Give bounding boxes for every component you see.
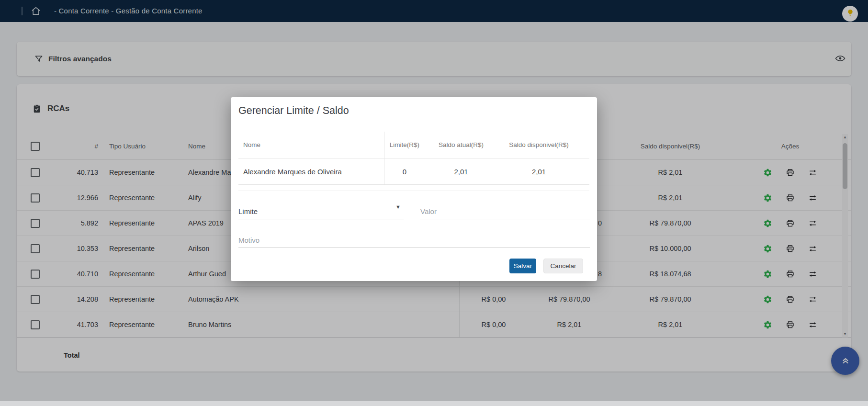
modal-cell-saldo-disponivel: 2,01 <box>497 168 581 176</box>
save-button[interactable]: Salvar <box>509 259 536 273</box>
screen: - Conta Corrente - Gestão de Conta Corre… <box>0 0 868 406</box>
limite-select-label: Limite <box>238 207 258 219</box>
modal-col-saldo-disponivel: Saldo disponivel(R$) <box>497 141 581 148</box>
modal-table-header: Nome Limite(R$) Saldo atual(R$) Saldo di… <box>238 132 589 158</box>
modal-col-limite: Limite(R$) <box>384 141 425 148</box>
modal-cell-nome: Alexandre Marques de Oliveira <box>238 168 384 176</box>
modal-col-nome: Nome <box>238 141 384 148</box>
motivo-field-wrap <box>238 226 590 248</box>
cancel-button[interactable]: Cancelar <box>543 259 583 273</box>
horizontal-scrollbar[interactable] <box>0 401 868 406</box>
modal-col-saldo-atual: Saldo atual(R$) <box>425 141 497 148</box>
modal-table-row: Alexandre Marques de Oliveira 0 2,01 2,0… <box>238 158 589 185</box>
limite-select[interactable]: Limite ▼ <box>238 196 404 219</box>
modal-table: Nome Limite(R$) Saldo atual(R$) Saldo di… <box>238 132 589 191</box>
modal-buttons: Salvar Cancelar <box>509 259 583 273</box>
chevron-down-icon: ▼ <box>395 204 401 210</box>
valor-field-wrap <box>420 196 590 219</box>
valor-input[interactable] <box>420 207 590 219</box>
manage-limit-modal: Gerenciar Limite / Saldo Nome Limite(R$)… <box>231 97 597 281</box>
modal-title: Gerenciar Limite / Saldo <box>238 105 349 117</box>
modal-cell-limite: 0 <box>384 168 425 176</box>
modal-column-divider <box>384 132 384 185</box>
modal-table-spacer <box>238 185 589 191</box>
modal-cell-saldo-atual: 2,01 <box>425 168 497 176</box>
motivo-input[interactable] <box>238 236 590 248</box>
